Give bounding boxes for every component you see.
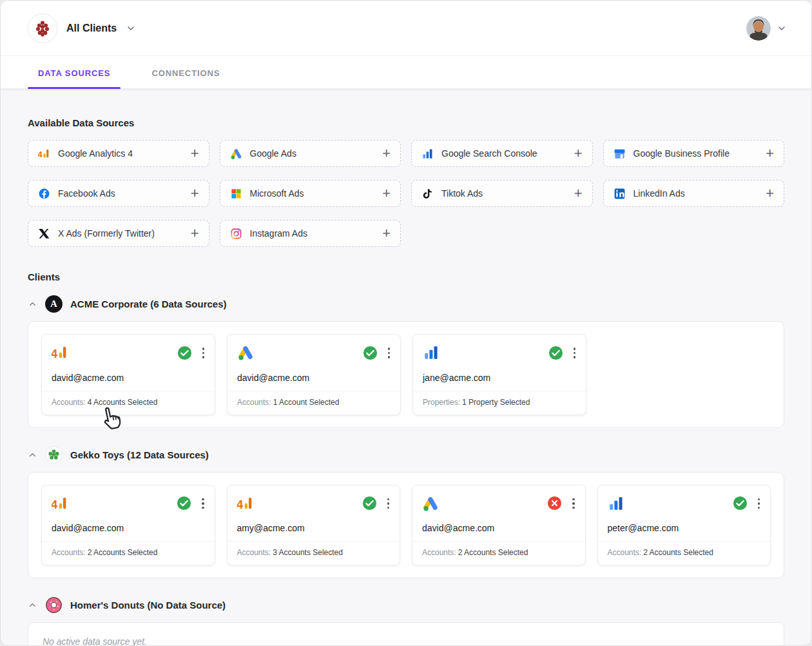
- status-icon: [733, 496, 748, 511]
- chevron-up-icon[interactable]: [28, 299, 37, 309]
- donut-logo: [45, 596, 63, 614]
- google-search-console-icon: [608, 495, 624, 512]
- client-group-gekko-toys: Gekko Toys (12 Data Sources) david@acme.…: [28, 446, 784, 579]
- google-analytics-4-icon: [237, 495, 254, 512]
- available-source-microsoft-ads[interactable]: Microsoft Ads +: [220, 180, 401, 207]
- detail-label: Accounts:: [237, 548, 271, 557]
- client-panel-empty: No active data source yet.: [28, 622, 784, 646]
- google-ads-icon: [230, 148, 242, 160]
- facebook-icon: [38, 188, 50, 200]
- user-menu[interactable]: [746, 16, 787, 41]
- kebab-menu-button[interactable]: [754, 495, 764, 513]
- kebab-menu-button[interactable]: [198, 495, 208, 513]
- card-footer: Properties:1 Property Selected: [413, 391, 586, 415]
- data-source-card[interactable]: david@acme.com Accounts:2 Accounts Selec…: [412, 485, 586, 566]
- data-source-card[interactable]: david@acme.com Accounts:4 Accounts Selec…: [41, 334, 215, 415]
- google-search-console-icon: [421, 148, 434, 160]
- available-source-facebook-ads[interactable]: Facebook Ads +: [28, 180, 209, 207]
- available-source-tiktok-ads[interactable]: Tiktok Ads +: [411, 180, 593, 207]
- client-selector-label: All Clients: [66, 23, 117, 34]
- detail-label: Accounts:: [52, 548, 86, 557]
- account-email: amy@acme.com: [227, 512, 400, 541]
- available-source-google-ads[interactable]: Google Ads +: [220, 140, 401, 167]
- add-source-button[interactable]: +: [382, 226, 391, 240]
- data-source-card[interactable]: david@acme.com Accounts:1 Account Select…: [227, 334, 401, 415]
- data-source-card[interactable]: amy@acme.com Accounts:3 Accounts Selecte…: [227, 485, 401, 566]
- google-search-console-icon: [423, 344, 440, 361]
- add-source-button[interactable]: +: [574, 146, 583, 161]
- client-group-header[interactable]: Gekko Toys (12 Data Sources): [28, 446, 784, 464]
- card-footer: Accounts:2 Accounts Selected: [42, 541, 215, 565]
- add-source-button[interactable]: +: [574, 186, 583, 201]
- source-label: Google Search Console: [441, 148, 537, 159]
- available-source-google-business-profile[interactable]: Google Business Profile +: [603, 140, 785, 167]
- source-label: X Ads (Formerly Twitter): [58, 228, 155, 239]
- source-label: Tiktok Ads: [441, 188, 483, 199]
- clients-title: Clients: [28, 271, 784, 282]
- account-email: jane@acme.com: [413, 362, 586, 391]
- client-group-header[interactable]: A ACME Corporate (6 Data Sources): [28, 295, 784, 313]
- detail-value: 2 Accounts Selected: [458, 548, 528, 557]
- client-panel: david@acme.com Accounts:4 Accounts Selec…: [28, 321, 784, 428]
- status-icon: [362, 496, 377, 511]
- kebab-menu-button[interactable]: [198, 344, 209, 362]
- detail-value: 3 Accounts Selected: [273, 548, 343, 557]
- detail-value: 4 Accounts Selected: [88, 398, 158, 407]
- x-icon: [38, 228, 50, 240]
- available-sources-grid: Google Analytics 4 + Google Ads + Google…: [28, 140, 784, 247]
- kebab-menu-button[interactable]: [570, 344, 580, 362]
- available-source-x-ads[interactable]: X Ads (Formerly Twitter) +: [28, 220, 209, 247]
- account-email: david@acme.com: [42, 362, 215, 391]
- client-group-acme: A ACME Corporate (6 Data Sources) david@…: [28, 295, 784, 428]
- kebab-menu-button[interactable]: [383, 495, 394, 513]
- add-source-button[interactable]: +: [191, 146, 199, 161]
- chevron-up-icon[interactable]: [28, 450, 37, 460]
- detail-label: Accounts:: [237, 398, 271, 407]
- status-icon: [177, 496, 191, 511]
- gekko-flower-logo: [45, 446, 63, 464]
- source-label: Google Business Profile: [633, 148, 730, 159]
- data-source-card[interactable]: peter@acme.com Accounts:2 Accounts Selec…: [597, 485, 771, 566]
- app-window: All Clients DATA SOURCES: [0, 0, 812, 646]
- card-footer: Accounts:3 Accounts Selected: [227, 541, 400, 565]
- source-label: Facebook Ads: [58, 188, 115, 199]
- add-source-button[interactable]: +: [382, 186, 391, 201]
- account-email: david@acme.com: [412, 512, 585, 541]
- tiktok-icon: [421, 188, 434, 200]
- available-source-instagram-ads[interactable]: Instagram Ads +: [220, 220, 401, 247]
- available-source-google-analytics-4[interactable]: Google Analytics 4 +: [28, 140, 209, 167]
- add-source-button[interactable]: +: [191, 186, 199, 201]
- add-source-button[interactable]: +: [766, 146, 774, 161]
- client-panel: david@acme.com Accounts:2 Accounts Selec…: [28, 472, 784, 579]
- google-analytics-4-icon: [38, 148, 50, 160]
- instagram-icon: [230, 228, 242, 240]
- status-icon: [547, 496, 562, 511]
- acme-logo: A: [45, 295, 63, 313]
- add-source-button[interactable]: +: [382, 146, 391, 161]
- tab-data-sources[interactable]: DATA SOURCES: [28, 56, 121, 88]
- add-source-button[interactable]: +: [191, 226, 199, 240]
- available-source-linkedin-ads[interactable]: LinkedIn Ads +: [603, 180, 785, 207]
- source-label: Instagram Ads: [250, 228, 308, 239]
- data-source-card[interactable]: david@acme.com Accounts:2 Accounts Selec…: [41, 485, 215, 566]
- main-content: Available Data Sources Google Analytics …: [1, 117, 811, 646]
- detail-label: Accounts:: [608, 548, 642, 557]
- add-source-button[interactable]: +: [766, 186, 774, 201]
- google-business-profile-icon: [614, 148, 626, 160]
- status-icon: [548, 346, 563, 360]
- source-label: Google Analytics 4: [58, 148, 133, 159]
- kebab-menu-button[interactable]: [568, 495, 579, 513]
- card-footer: Accounts:4 Accounts Selected: [42, 391, 215, 415]
- google-analytics-4-icon: [52, 344, 68, 361]
- microsoft-icon: [230, 188, 242, 200]
- client-group-header[interactable]: Homer's Donuts (No Data Source): [28, 596, 784, 614]
- tab-connections[interactable]: CONNECTIONS: [141, 56, 230, 88]
- google-ads-icon: [237, 344, 254, 361]
- chevron-up-icon[interactable]: [28, 600, 37, 610]
- data-source-card[interactable]: jane@acme.com Properties:1 Property Sele…: [412, 334, 586, 415]
- available-source-google-search-console[interactable]: Google Search Console +: [411, 140, 593, 167]
- kebab-menu-button[interactable]: [384, 344, 394, 362]
- linkedin-icon: [614, 188, 626, 200]
- chevron-down-icon: [777, 23, 787, 34]
- client-selector[interactable]: All Clients: [28, 14, 136, 43]
